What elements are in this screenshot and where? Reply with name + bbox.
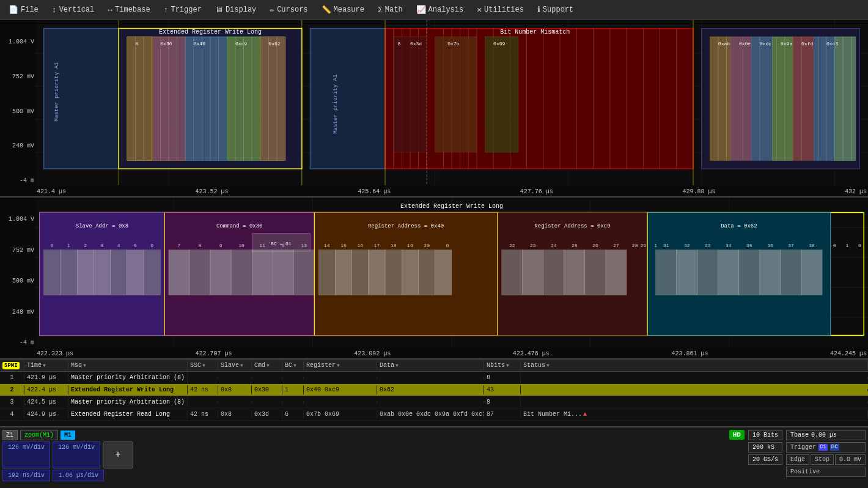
support-icon: ℹ	[537, 5, 540, 15]
svg-rect-174	[564, 250, 585, 295]
svg-text:33: 33	[705, 243, 711, 248]
voltage-labels-bottom: 1.004 V 752 mV 500 mV 248 mV -4 m	[0, 198, 35, 358]
th-nbits[interactable]: Nbits ▼	[484, 361, 521, 370]
svg-text:11: 11	[259, 243, 265, 248]
svg-rect-173	[543, 250, 564, 295]
th-status-label: Status	[523, 362, 545, 369]
svg-text:23: 23	[530, 243, 536, 248]
td-time-2: 422.4 µs	[24, 385, 68, 394]
svg-rect-143	[210, 250, 231, 295]
svg-rect-175	[585, 250, 606, 295]
svg-text:0: 0	[51, 243, 54, 248]
td-bc-3	[282, 401, 304, 404]
td-bc-2: 1	[282, 385, 304, 394]
bc-sort-arrow: ▼	[293, 363, 296, 368]
data-table: SPMI Time ▼ Msq ▼ SSC ▼ Slave ▼ Cmd ▼ BC…	[0, 360, 868, 427]
zoom-channel-box: zoom(M1)	[20, 430, 58, 440]
svg-rect-160	[402, 250, 418, 295]
menu-timebase[interactable]: ↔ Timebase	[101, 3, 156, 17]
menu-trigger[interactable]: ↑ Trigger	[158, 3, 208, 17]
td-cmd-4: 0x3d	[252, 410, 282, 419]
zoom-info-section: Z1 zoom(M1) M1 126 mV/div 126 mV/div + 1…	[2, 430, 149, 481]
menu-support[interactable]: ℹ Support	[531, 2, 579, 17]
table-row-4[interactable]: 4 424.9 µs Extended Register Read Long 4…	[0, 409, 868, 421]
svg-rect-189	[718, 250, 739, 295]
zoom-div-row: 126 mV/div 126 mV/div +	[2, 442, 149, 468]
trigger-level-text: 0.0 mV	[839, 456, 861, 463]
th-register[interactable]: Register ▼	[304, 361, 377, 370]
th-status[interactable]: Status ▼	[521, 361, 868, 370]
svg-rect-16	[185, 37, 227, 161]
td-ssc-3	[188, 401, 218, 404]
table-row-2[interactable]: 2 422.4 µs Extended Register Write Long …	[0, 384, 868, 396]
svg-text:15: 15	[340, 243, 347, 248]
waveform-top-svg: Master priority A1 Extended Register Wri…	[35, 20, 868, 185]
time-sort-arrow: ▼	[43, 363, 46, 368]
svg-text:Register Address = 0x40: Register Address = 0x40	[368, 223, 444, 229]
m1-channel-badge: M1	[61, 431, 75, 440]
menu-measure[interactable]: 📏 Measure	[315, 2, 370, 17]
svg-text:26: 26	[592, 243, 598, 248]
svg-rect-127	[44, 250, 61, 295]
register-sort-arrow: ▼	[337, 363, 340, 368]
th-ssc[interactable]: SSC ▼	[188, 361, 218, 370]
svg-rect-146	[273, 250, 293, 295]
display-icon: 🖥	[215, 6, 223, 15]
svg-rect-80	[835, 37, 856, 161]
td-num-2: 2	[0, 385, 24, 394]
voltage-b-500: 500 mV	[1, 278, 34, 284]
svg-rect-40	[310, 29, 385, 169]
plus-button[interactable]: +	[103, 442, 133, 468]
th-bc[interactable]: BC ▼	[282, 361, 304, 370]
svg-text:0x40: 0x40	[194, 41, 205, 46]
th-cmd[interactable]: Cmd ▼	[252, 361, 282, 370]
table-row-1[interactable]: 1 421.9 µs Master priority Arbitration (…	[0, 372, 868, 384]
menu-display[interactable]: 🖥 Display	[209, 3, 262, 17]
td-num-3: 3	[0, 397, 24, 407]
td-nbits-1: 8	[484, 373, 521, 382]
svg-text:0xdc: 0xdc	[760, 41, 771, 46]
time-axis-bottom: 422.323 µs 422.707 µs 423.092 µs 423.476…	[35, 350, 868, 357]
right-status-section: HD 10 Bits 200 kS 20 GS/s Tbase 0.00 µs …	[729, 430, 866, 477]
menu-cursors[interactable]: ✏ Cursors	[263, 2, 314, 17]
svg-text:4: 4	[117, 243, 120, 248]
th-data[interactable]: Data ▼	[377, 361, 484, 370]
td-time-4: 424.9 µs	[24, 410, 68, 419]
svg-text:0: 0	[858, 243, 861, 248]
menu-utilities[interactable]: ✕ Utilities	[471, 2, 530, 17]
trigger-ch-badge: C1	[818, 444, 828, 451]
menu-file[interactable]: 📄 File	[2, 2, 45, 17]
svg-text:8: 8	[397, 41, 400, 46]
table-row-3[interactable]: 3 424.5 µs Master priority Arbitration (…	[0, 396, 868, 409]
menu-analysis[interactable]: 📈 Analysis	[410, 2, 470, 17]
utilities-icon: ✕	[477, 5, 482, 15]
svg-text:37: 37	[788, 243, 794, 248]
spmi-badge: SPMI	[2, 362, 20, 369]
td-status-1	[521, 377, 868, 379]
menu-math[interactable]: Σ Math	[372, 3, 409, 17]
th-ssc-label: SSC	[190, 362, 201, 369]
td-register-2: 0x40 0xc9	[304, 385, 377, 394]
svg-text:Master priority A1: Master priority A1	[54, 62, 60, 121]
svg-text:1: 1	[67, 243, 70, 248]
menu-vertical[interactable]: ↕ Vertical	[46, 3, 100, 17]
zoom-top-row: Z1 zoom(M1) M1	[2, 430, 149, 440]
svg-rect-78	[793, 37, 814, 161]
svg-rect-187	[677, 250, 697, 295]
status-error-icon: ▲	[583, 411, 587, 418]
svg-text:1: 1	[846, 243, 849, 248]
svg-text:27: 27	[613, 243, 619, 248]
timebase-trigger-info: Tbase 0.00 µs Trigger C1 DC Edge Stop 0.…	[786, 430, 866, 477]
svg-text:0xfd: 0xfd	[801, 41, 813, 46]
th-slave[interactable]: Slave ▼	[218, 361, 252, 370]
th-msq[interactable]: Msq ▼	[68, 361, 188, 370]
sample-rate-20g: 20 GS/s	[748, 454, 782, 465]
th-time[interactable]: Time ▼	[24, 361, 68, 370]
tbase-label: Tbase	[790, 432, 809, 438]
svg-text:0x9a: 0x9a	[781, 41, 792, 46]
voltage-neg4: -4 m	[1, 177, 34, 184]
bits-badge: 10 Bits	[748, 430, 782, 440]
svg-text:0: 0	[833, 243, 836, 248]
measure-icon: 📏	[322, 5, 331, 15]
svg-text:0x7b: 0x7b	[447, 41, 459, 46]
